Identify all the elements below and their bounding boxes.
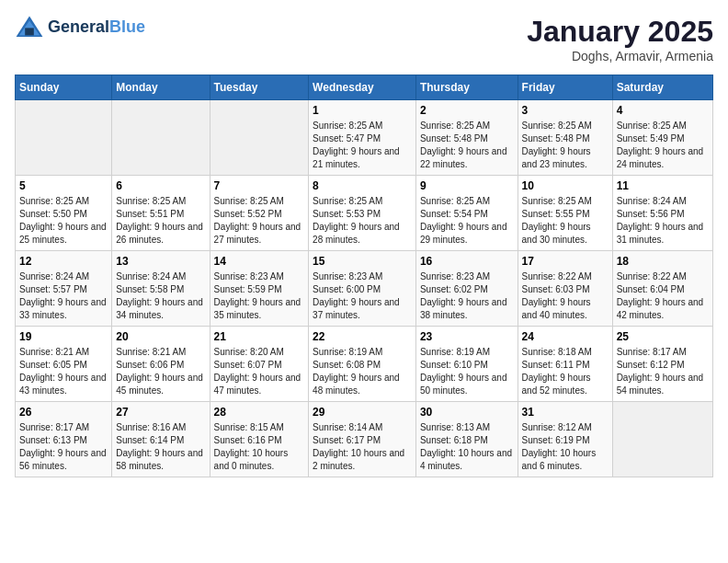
day-number: 31 xyxy=(522,406,609,419)
day-info: Sunrise: 8:25 AMSunset: 5:54 PMDaylight:… xyxy=(420,195,514,247)
day-number: 9 xyxy=(420,179,514,192)
day-number: 15 xyxy=(313,255,412,268)
day-info: Sunrise: 8:25 AMSunset: 5:52 PMDaylight:… xyxy=(214,195,305,247)
day-cell: 12Sunrise: 8:24 AMSunset: 5:57 PMDayligh… xyxy=(16,251,112,327)
week-row-1: 1Sunrise: 8:25 AMSunset: 5:47 PMDaylight… xyxy=(16,100,713,176)
day-number: 14 xyxy=(214,255,305,268)
day-cell: 22Sunrise: 8:19 AMSunset: 6:08 PMDayligh… xyxy=(309,327,416,402)
day-cell: 27Sunrise: 8:16 AMSunset: 6:14 PMDayligh… xyxy=(112,402,210,477)
day-number: 26 xyxy=(19,406,108,419)
day-cell xyxy=(210,100,309,176)
day-number: 4 xyxy=(617,104,709,117)
day-number: 18 xyxy=(617,255,709,268)
day-info: Sunrise: 8:23 AMSunset: 6:02 PMDaylight:… xyxy=(420,270,514,322)
day-info: Sunrise: 8:16 AMSunset: 6:14 PMDaylight:… xyxy=(116,421,205,473)
day-info: Sunrise: 8:18 AMSunset: 6:11 PMDaylight:… xyxy=(522,346,609,397)
day-cell: 28Sunrise: 8:15 AMSunset: 6:16 PMDayligh… xyxy=(210,402,309,477)
day-cell: 30Sunrise: 8:13 AMSunset: 6:18 PMDayligh… xyxy=(415,402,518,477)
day-number: 21 xyxy=(214,330,305,343)
day-number: 24 xyxy=(522,330,609,343)
day-number: 1 xyxy=(313,104,412,117)
day-cell: 26Sunrise: 8:17 AMSunset: 6:13 PMDayligh… xyxy=(16,402,112,477)
day-cell: 5Sunrise: 8:25 AMSunset: 5:50 PMDaylight… xyxy=(16,176,112,251)
day-info: Sunrise: 8:25 AMSunset: 5:48 PMDaylight:… xyxy=(420,120,514,171)
day-number: 29 xyxy=(313,406,412,419)
day-cell: 16Sunrise: 8:23 AMSunset: 6:02 PMDayligh… xyxy=(415,251,518,327)
logo: GeneralBlue xyxy=(15,15,145,40)
day-info: Sunrise: 8:25 AMSunset: 5:49 PMDaylight:… xyxy=(617,120,709,171)
day-header-thursday: Thursday xyxy=(415,75,518,100)
logo-text: GeneralBlue xyxy=(48,18,145,37)
day-cell: 23Sunrise: 8:19 AMSunset: 6:10 PMDayligh… xyxy=(415,327,518,402)
day-number: 13 xyxy=(116,255,205,268)
day-info: Sunrise: 8:19 AMSunset: 6:10 PMDaylight:… xyxy=(420,346,514,397)
day-header-tuesday: Tuesday xyxy=(210,75,309,100)
day-info: Sunrise: 8:20 AMSunset: 6:07 PMDaylight:… xyxy=(214,346,305,397)
day-info: Sunrise: 8:17 AMSunset: 6:13 PMDaylight:… xyxy=(19,421,108,473)
day-cell: 19Sunrise: 8:21 AMSunset: 6:05 PMDayligh… xyxy=(16,327,112,402)
day-cell: 31Sunrise: 8:12 AMSunset: 6:19 PMDayligh… xyxy=(518,402,612,477)
day-info: Sunrise: 8:14 AMSunset: 6:17 PMDaylight:… xyxy=(313,421,412,473)
day-cell: 6Sunrise: 8:25 AMSunset: 5:51 PMDaylight… xyxy=(112,176,210,251)
day-number: 16 xyxy=(420,255,514,268)
day-info: Sunrise: 8:24 AMSunset: 5:57 PMDaylight:… xyxy=(19,270,108,322)
week-row-5: 26Sunrise: 8:17 AMSunset: 6:13 PMDayligh… xyxy=(16,402,713,477)
day-cell: 8Sunrise: 8:25 AMSunset: 5:53 PMDaylight… xyxy=(309,176,416,251)
day-info: Sunrise: 8:15 AMSunset: 6:16 PMDaylight:… xyxy=(214,421,305,473)
week-row-3: 12Sunrise: 8:24 AMSunset: 5:57 PMDayligh… xyxy=(16,251,713,327)
day-info: Sunrise: 8:24 AMSunset: 5:56 PMDaylight:… xyxy=(617,195,709,247)
day-info: Sunrise: 8:25 AMSunset: 5:51 PMDaylight:… xyxy=(116,195,205,247)
day-number: 20 xyxy=(116,330,205,343)
day-cell xyxy=(612,402,712,477)
day-cell: 14Sunrise: 8:23 AMSunset: 5:59 PMDayligh… xyxy=(210,251,309,327)
day-number: 5 xyxy=(19,179,108,192)
main-title: January 2025 xyxy=(527,15,713,49)
svg-rect-2 xyxy=(25,28,34,35)
day-cell: 11Sunrise: 8:24 AMSunset: 5:56 PMDayligh… xyxy=(612,176,712,251)
day-cell: 29Sunrise: 8:14 AMSunset: 6:17 PMDayligh… xyxy=(309,402,416,477)
day-number: 10 xyxy=(522,179,609,192)
day-cell: 17Sunrise: 8:22 AMSunset: 6:03 PMDayligh… xyxy=(518,251,612,327)
day-info: Sunrise: 8:25 AMSunset: 5:50 PMDaylight:… xyxy=(19,195,108,247)
day-header-wednesday: Wednesday xyxy=(309,75,416,100)
day-info: Sunrise: 8:13 AMSunset: 6:18 PMDaylight:… xyxy=(420,421,514,473)
day-number: 6 xyxy=(116,179,205,192)
day-cell: 4Sunrise: 8:25 AMSunset: 5:49 PMDaylight… xyxy=(612,100,712,176)
day-number: 22 xyxy=(313,330,412,343)
day-info: Sunrise: 8:25 AMSunset: 5:55 PMDaylight:… xyxy=(522,195,609,247)
day-cell: 2Sunrise: 8:25 AMSunset: 5:48 PMDaylight… xyxy=(415,100,518,176)
day-cell: 13Sunrise: 8:24 AMSunset: 5:58 PMDayligh… xyxy=(112,251,210,327)
day-number: 3 xyxy=(522,104,609,117)
day-cell: 18Sunrise: 8:22 AMSunset: 6:04 PMDayligh… xyxy=(612,251,712,327)
day-number: 8 xyxy=(313,179,412,192)
day-number: 27 xyxy=(116,406,205,419)
calendar-header-row: SundayMondayTuesdayWednesdayThursdayFrid… xyxy=(16,75,713,100)
day-number: 2 xyxy=(420,104,514,117)
day-info: Sunrise: 8:23 AMSunset: 5:59 PMDaylight:… xyxy=(214,270,305,322)
day-cell: 20Sunrise: 8:21 AMSunset: 6:06 PMDayligh… xyxy=(112,327,210,402)
day-info: Sunrise: 8:24 AMSunset: 5:58 PMDaylight:… xyxy=(116,270,205,322)
day-cell xyxy=(112,100,210,176)
day-number: 25 xyxy=(617,330,709,343)
day-info: Sunrise: 8:12 AMSunset: 6:19 PMDaylight:… xyxy=(522,421,609,473)
day-cell: 9Sunrise: 8:25 AMSunset: 5:54 PMDaylight… xyxy=(415,176,518,251)
day-number: 17 xyxy=(522,255,609,268)
day-number: 23 xyxy=(420,330,514,343)
day-header-saturday: Saturday xyxy=(612,75,712,100)
day-cell: 10Sunrise: 8:25 AMSunset: 5:55 PMDayligh… xyxy=(518,176,612,251)
week-row-4: 19Sunrise: 8:21 AMSunset: 6:05 PMDayligh… xyxy=(16,327,713,402)
day-cell: 15Sunrise: 8:23 AMSunset: 6:00 PMDayligh… xyxy=(309,251,416,327)
day-header-friday: Friday xyxy=(518,75,612,100)
day-info: Sunrise: 8:25 AMSunset: 5:48 PMDaylight:… xyxy=(522,120,609,171)
calendar-body: 1Sunrise: 8:25 AMSunset: 5:47 PMDaylight… xyxy=(16,100,713,477)
day-cell: 24Sunrise: 8:18 AMSunset: 6:11 PMDayligh… xyxy=(518,327,612,402)
logo-icon xyxy=(15,15,44,40)
day-number: 7 xyxy=(214,179,305,192)
day-number: 19 xyxy=(19,330,108,343)
day-info: Sunrise: 8:17 AMSunset: 6:12 PMDaylight:… xyxy=(617,346,709,397)
day-info: Sunrise: 8:21 AMSunset: 6:05 PMDaylight:… xyxy=(19,346,108,397)
day-cell: 7Sunrise: 8:25 AMSunset: 5:52 PMDaylight… xyxy=(210,176,309,251)
day-cell: 3Sunrise: 8:25 AMSunset: 5:48 PMDaylight… xyxy=(518,100,612,176)
day-number: 28 xyxy=(214,406,305,419)
day-cell: 1Sunrise: 8:25 AMSunset: 5:47 PMDaylight… xyxy=(309,100,416,176)
